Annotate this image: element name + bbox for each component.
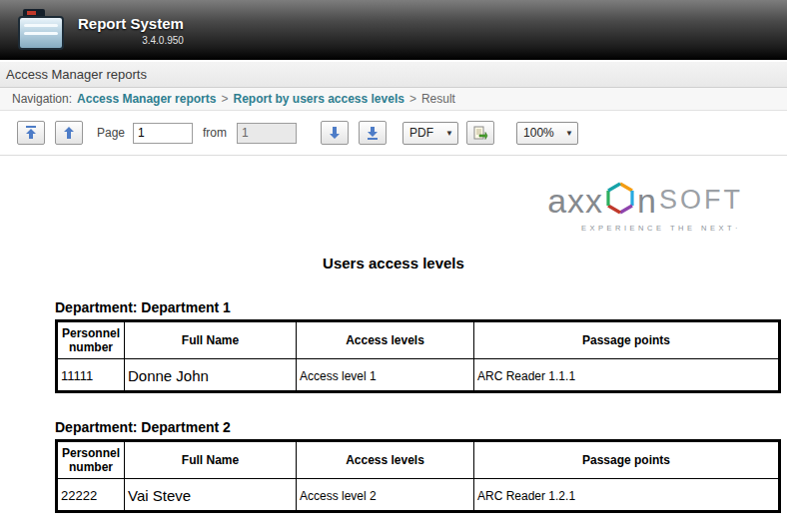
department-section-2: Department: Department 2 Personnel numbe…	[55, 419, 778, 513]
app-header: Report System 3.4.0.950	[0, 0, 787, 62]
cell-personnel-number: 22222	[57, 479, 125, 512]
app-title: Report System	[78, 15, 184, 32]
export-icon	[472, 126, 488, 141]
column-header-passage-points: Passage points	[474, 321, 780, 359]
section-title: Access Manager reports	[6, 67, 147, 82]
column-header-access-levels: Access levels	[297, 441, 474, 479]
table-row: 22222 Vai Steve Access level 2 ARC Reade…	[57, 479, 780, 512]
axxonsoft-logo: axx n SOFT EXPERIENCE THE NEXT·	[0, 182, 743, 233]
previous-page-button[interactable]	[55, 121, 83, 145]
column-header-full-name: Full Name	[125, 441, 297, 479]
app-version: 3.4.0.950	[78, 35, 184, 46]
zoom-value: 100%	[523, 126, 554, 140]
table-header-row: Personnel number Full Name Access levels…	[57, 441, 780, 479]
department-table-2: Personnel number Full Name Access levels…	[55, 439, 781, 513]
last-page-icon	[367, 126, 379, 140]
page-number-input[interactable]	[133, 123, 193, 144]
chevron-down-icon: ▼	[565, 129, 573, 138]
table-header-row: Personnel number Full Name Access levels…	[57, 321, 780, 359]
logo-tagline: EXPERIENCE THE NEXT·	[581, 224, 741, 233]
last-page-button[interactable]	[359, 121, 387, 145]
breadcrumb-link-report-by-users-access-levels[interactable]: Report by users access levels	[233, 92, 403, 106]
column-header-personnel-number: Personnel number	[57, 441, 125, 479]
breadcrumb-separator: >	[409, 92, 416, 106]
breadcrumb-current: Result	[421, 92, 455, 106]
table-row: 11111 Donne John Access level 1 ARC Read…	[57, 359, 780, 392]
export-format-value: PDF	[409, 126, 433, 140]
export-button[interactable]	[466, 121, 494, 145]
export-format-select[interactable]: PDF ▼	[402, 122, 458, 145]
page-label: Page	[97, 126, 125, 140]
first-page-button[interactable]	[17, 121, 45, 145]
report-title: Users access levels	[0, 255, 787, 271]
report-page: axx n SOFT EXPERIENCE THE NEXT· Users ac…	[0, 156, 787, 513]
app-logo-icon	[18, 9, 64, 51]
breadcrumb-label: Navigation:	[12, 92, 72, 106]
logo-text-axx: axx	[547, 184, 603, 218]
breadcrumb: Navigation: Access Manager reports > Rep…	[0, 88, 787, 111]
column-header-passage-points: Passage points	[474, 441, 780, 479]
column-header-access-levels: Access levels	[297, 321, 474, 359]
previous-page-icon	[63, 126, 75, 140]
breadcrumb-separator: >	[221, 92, 228, 106]
next-page-icon	[329, 126, 341, 140]
cell-personnel-number: 11111	[57, 359, 125, 392]
column-header-full-name: Full Name	[125, 321, 297, 359]
cell-full-name: Donne John	[125, 359, 297, 392]
cell-full-name: Vai Steve	[125, 479, 297, 512]
cell-passage-points: ARC Reader 1.2.1	[474, 479, 780, 512]
section-bar: Access Manager reports	[0, 62, 787, 88]
zoom-select[interactable]: 100% ▼	[516, 122, 578, 145]
hexagon-icon	[605, 182, 635, 219]
logo-text-n: n	[637, 184, 657, 218]
cell-access-levels: Access level 1	[297, 359, 474, 392]
total-pages-field	[237, 123, 297, 144]
first-page-icon	[25, 126, 37, 140]
next-page-button[interactable]	[321, 121, 349, 145]
department-table-1: Personnel number Full Name Access levels…	[55, 319, 781, 393]
breadcrumb-link-access-manager-reports[interactable]: Access Manager reports	[77, 92, 216, 106]
department-section-1: Department: Department 1 Personnel numbe…	[55, 299, 778, 393]
from-label: from	[203, 126, 227, 140]
department-heading: Department: Department 1	[55, 299, 778, 315]
logo-text-soft: SOFT	[659, 187, 743, 214]
report-toolbar: Page from PDF ▼	[0, 111, 787, 156]
department-heading: Department: Department 2	[55, 419, 778, 435]
cell-passage-points: ARC Reader 1.1.1	[474, 359, 780, 392]
column-header-personnel-number: Personnel number	[57, 321, 125, 359]
cell-access-levels: Access level 2	[297, 479, 474, 512]
chevron-down-icon: ▼	[445, 129, 453, 138]
